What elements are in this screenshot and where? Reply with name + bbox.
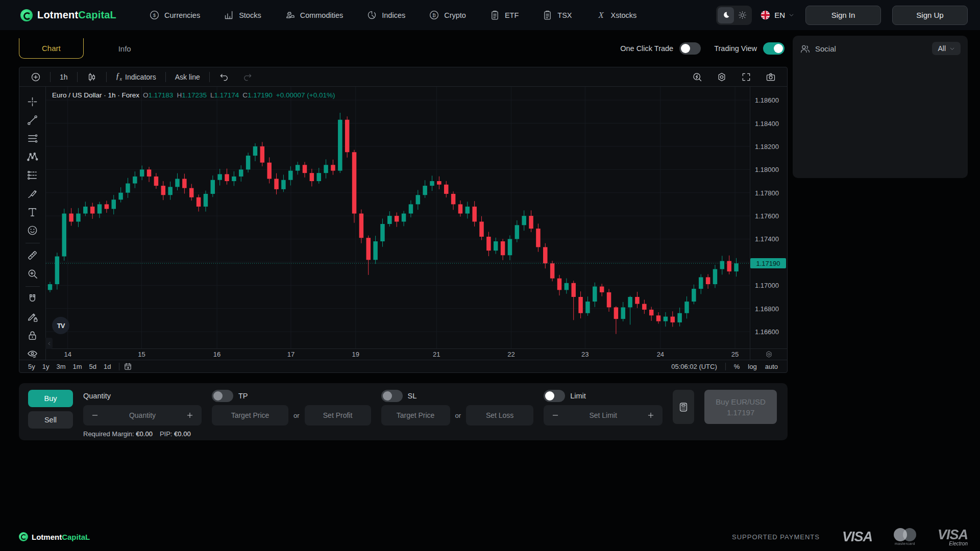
clock-utc-button[interactable]: 05:06:02 (UTC) xyxy=(667,362,721,371)
fullscreen-button[interactable] xyxy=(735,69,757,85)
chart-body: Euro / US Dollar · 1h · Forex O1.17183 H… xyxy=(19,87,787,360)
nav-item-etf[interactable]: ETF xyxy=(489,10,519,20)
sl-target-price-input[interactable] xyxy=(381,405,450,425)
magnet-mode-button[interactable] xyxy=(686,69,708,85)
emoji-tool[interactable] xyxy=(24,221,41,239)
brand-logo[interactable]: LotmentCapitaL xyxy=(20,9,116,21)
tp-toggle[interactable] xyxy=(212,390,233,402)
clipboard-icon xyxy=(542,10,553,20)
sl-set-loss-input[interactable] xyxy=(466,405,533,425)
time-tick-label: 14 xyxy=(64,350,71,358)
magnet-tool[interactable] xyxy=(24,290,41,307)
brand-name: LotmentCapitaL xyxy=(37,9,116,21)
social-filter-dropdown[interactable]: All xyxy=(932,42,961,55)
redo-button[interactable] xyxy=(236,69,259,85)
tp-set-profit-input[interactable] xyxy=(305,405,371,425)
gold-bars-icon xyxy=(285,10,296,20)
buy-sell-column: Buy Sell xyxy=(28,390,73,429)
ask-line-button[interactable]: Ask line xyxy=(169,69,206,85)
price-axis[interactable]: 1.186001.184001.182001.180001.178001.176… xyxy=(750,87,787,348)
nav-item-currencies[interactable]: $ Currencies xyxy=(149,10,200,20)
nav-item-stocks[interactable]: Stocks xyxy=(224,10,261,20)
chart-type-button[interactable] xyxy=(81,69,103,85)
dark-mode-button[interactable] xyxy=(718,7,734,23)
price-tick-label: 1.17600 xyxy=(755,212,779,220)
calculator-button[interactable] xyxy=(673,390,694,424)
range-button[interactable]: 1d xyxy=(100,362,114,371)
take-profit-group: TP or xyxy=(212,390,371,425)
quantity-input[interactable] xyxy=(107,411,178,419)
bar-chart-icon xyxy=(224,10,234,20)
trading-view-group: Trading View xyxy=(714,42,785,55)
zoom-in-tool[interactable] xyxy=(24,265,41,282)
hide-drawings-tool[interactable] xyxy=(24,345,41,360)
open-value: 1.17183 xyxy=(149,91,174,99)
brush-tool[interactable] xyxy=(24,185,41,202)
projection-tool[interactable] xyxy=(24,166,41,184)
fx-icon: ƒx xyxy=(116,71,122,82)
required-margin-value: €0.00 xyxy=(136,430,153,438)
interval-button[interactable]: 1h xyxy=(54,69,74,85)
measure-tool[interactable] xyxy=(24,246,41,264)
limit-input[interactable] xyxy=(567,411,639,419)
collapse-toolbar-arrow[interactable] xyxy=(45,338,53,349)
nav-item-indices[interactable]: Indices xyxy=(366,10,405,20)
nav-item-crypto[interactable]: ₿ Crypto xyxy=(429,10,466,20)
xabcd-pattern-tool[interactable] xyxy=(24,148,41,165)
tradingview-watermark: TV xyxy=(52,317,69,334)
time-axis[interactable]: 14151617192122232425 xyxy=(46,348,750,360)
time-tick-label: 22 xyxy=(507,350,514,358)
axis-settings-corner[interactable] xyxy=(750,348,787,360)
submit-order-button[interactable]: Buy EUR/USD 1.17197 xyxy=(704,390,777,424)
limit-label: Limit xyxy=(570,392,586,400)
fib-retracement-tool[interactable] xyxy=(24,130,41,147)
range-button[interactable]: 1y xyxy=(39,362,53,371)
log-scale-button[interactable]: log xyxy=(744,362,761,371)
limit-toggle[interactable] xyxy=(544,390,565,402)
tab-info[interactable]: Info xyxy=(96,39,154,59)
one-click-trade-toggle[interactable] xyxy=(679,42,701,55)
price-tick-label: 1.17400 xyxy=(755,235,779,243)
light-mode-button[interactable] xyxy=(734,7,750,23)
lock-drawings-tool[interactable] xyxy=(24,327,41,344)
chart-settings-button[interactable] xyxy=(710,69,733,85)
language-selector[interactable]: EN xyxy=(760,10,794,20)
page: LotmentCapitaL $ Currencies Stocks Commo… xyxy=(0,0,980,551)
minus-icon xyxy=(91,411,99,419)
quantity-decrease-button[interactable] xyxy=(83,405,107,425)
buy-tab-button[interactable]: Buy xyxy=(28,390,73,407)
limit-stepper xyxy=(544,405,663,425)
tp-target-price-input[interactable] xyxy=(212,405,288,425)
percent-scale-button[interactable]: % xyxy=(730,362,744,371)
undo-button[interactable] xyxy=(213,69,235,85)
undo-icon xyxy=(219,72,229,82)
snapshot-button[interactable] xyxy=(760,69,782,85)
chart-plot[interactable]: Euro / US Dollar · 1h · Forex O1.17183 H… xyxy=(46,87,750,348)
trend-line-tool[interactable] xyxy=(24,111,41,129)
sell-tab-button[interactable]: Sell xyxy=(28,411,73,429)
nav-item-tsx[interactable]: TSX xyxy=(542,10,572,20)
limit-decrease-button[interactable] xyxy=(544,405,567,425)
add-symbol-button[interactable] xyxy=(24,69,47,85)
go-to-date-button[interactable] xyxy=(124,362,132,371)
range-button[interactable]: 5d xyxy=(86,362,100,371)
nav-right: EN Sign In Sign Up xyxy=(716,6,968,25)
nav-item-commodities[interactable]: Commodities xyxy=(285,10,344,20)
nav-item-xstocks[interactable]: X Xstocks xyxy=(596,10,637,20)
sl-toggle[interactable] xyxy=(381,390,403,402)
drawing-mode-tool[interactable] xyxy=(24,308,41,325)
time-tick-label: 24 xyxy=(657,350,664,358)
auto-scale-button[interactable]: auto xyxy=(761,362,782,371)
text-tool[interactable] xyxy=(24,203,41,220)
range-button[interactable]: 5y xyxy=(24,362,39,371)
sign-up-button[interactable]: Sign Up xyxy=(892,6,968,25)
sign-in-button[interactable]: Sign In xyxy=(805,6,881,25)
tab-chart[interactable]: Chart xyxy=(19,38,84,59)
limit-increase-button[interactable] xyxy=(639,405,663,425)
range-button[interactable]: 3m xyxy=(53,362,69,371)
quantity-increase-button[interactable] xyxy=(178,405,202,425)
crosshair-tool[interactable] xyxy=(24,93,41,110)
trading-view-toggle[interactable] xyxy=(763,42,785,55)
range-button[interactable]: 1m xyxy=(69,362,86,371)
indicators-button[interactable]: ƒx Indicators xyxy=(110,69,162,85)
